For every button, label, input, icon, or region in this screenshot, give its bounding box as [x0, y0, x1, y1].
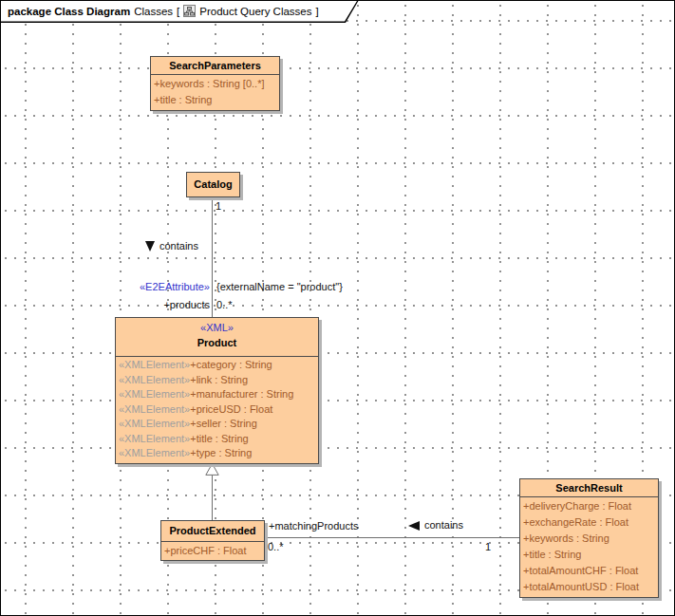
attribute-row: +totalAmountUSD : Float: [523, 579, 655, 595]
class-catalog[interactable]: Catalog: [186, 172, 240, 197]
class-title: SearchParameters: [151, 57, 279, 74]
association-line-catalog-product[interactable]: [212, 198, 213, 317]
class-productextended[interactable]: ProductExtended +priceCHF : Float: [160, 520, 265, 561]
class-title: Product: [121, 335, 313, 351]
open-bracket: [: [177, 6, 179, 17]
attribute-row: +totalAmountCHF : Float: [523, 563, 655, 579]
attribute-row: «XMLElement»+seller : String: [119, 417, 315, 432]
attribute-row: +title : String: [154, 92, 276, 108]
association-name-contains-1[interactable]: contains: [145, 240, 198, 252]
package-name: Classes: [134, 6, 173, 17]
attribute-row: «XMLElement»+category : String: [119, 358, 315, 373]
attribute-row: +priceCHF : Float: [164, 543, 261, 558]
close-bracket: ]: [315, 6, 318, 17]
class-stereotype: «XML»: [121, 321, 313, 335]
direction-arrow-down-icon: [145, 241, 155, 252]
attribute-row: «XMLElement»+title : String: [119, 432, 315, 447]
attribute-row: «XMLElement»+link : String: [119, 373, 315, 388]
association-stereotype-e2eattribute[interactable]: «E2EAttribute»: [107, 281, 210, 293]
direction-arrow-left-icon: [408, 521, 420, 531]
frame-header-tab: package Class Diagram Classes [ Product …: [0, 0, 359, 23]
role-matchingproducts[interactable]: +matchingProducts: [269, 520, 358, 532]
role-products[interactable]: +products: [134, 299, 210, 311]
attribute-row: +keywords : String [0..*]: [154, 76, 276, 92]
multiplicity-searchresult-end[interactable]: 1: [485, 541, 491, 553]
diagram-canvas[interactable]: package Class Diagram Classes [ Product …: [0, 0, 675, 616]
class-product[interactable]: «XML» Product «XMLElement»+category : St…: [115, 317, 319, 464]
attribute-row: +title : String: [523, 547, 655, 563]
association-name-contains-2[interactable]: contains: [408, 519, 463, 532]
diagram-name: Product Query Classes: [199, 6, 311, 17]
attribute-row: «XMLElement»+type : String: [119, 446, 315, 461]
class-title: Catalog: [187, 173, 239, 196]
class-searchparameters[interactable]: SearchParameters +keywords : String [0..…: [150, 56, 280, 111]
attribute-row: +deliveryCharge : Float: [523, 498, 655, 514]
multiplicity-products-end[interactable]: 0..*: [216, 299, 233, 311]
diagram-kind-label: package Class Diagram: [8, 6, 130, 17]
class-title: ProductExtended: [161, 521, 264, 541]
multiplicity-matchingproducts-end[interactable]: 0..*: [268, 541, 284, 553]
association-constraint-externalname[interactable]: {externalName = "product"}: [216, 281, 343, 293]
attribute-row: «XMLElement»+manufacturer : String: [119, 387, 315, 402]
generalization-line-productextended-product[interactable]: [212, 475, 213, 520]
class-searchresult[interactable]: SearchResult +deliveryCharge : Float +ex…: [519, 478, 659, 598]
attribute-row: +keywords : String: [523, 531, 655, 547]
class-diagram-icon: [183, 5, 196, 17]
class-title: SearchResult: [520, 479, 658, 496]
attribute-row: «XMLElement»+priceUSD : Float: [119, 402, 315, 418]
association-line-searchresult-productextended[interactable]: [266, 537, 519, 538]
generalization-arrow-icon: [205, 463, 219, 476]
multiplicity-catalog-end[interactable]: 1: [216, 200, 221, 213]
attribute-row: +exchangeRate : Float: [523, 514, 655, 531]
